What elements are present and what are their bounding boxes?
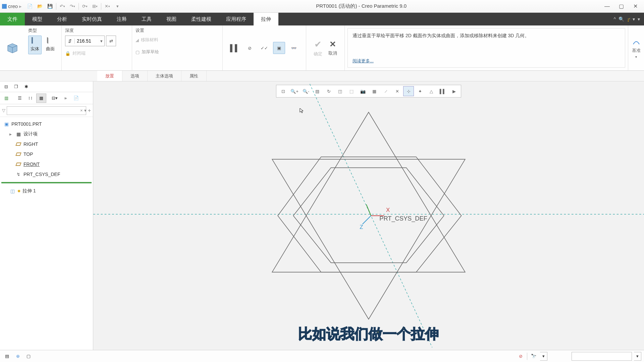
datum-label: 基准 bbox=[632, 48, 641, 54]
maximize-button[interactable]: ▢ bbox=[614, 2, 628, 11]
info-panel: 通过垂直于草绘平面平移 2D 截面作为实体或曲面，添加或移除材料来创建 3D 几… bbox=[347, 28, 625, 68]
depth-type-icon[interactable]: ⇵ bbox=[65, 39, 75, 44]
solid-toggle[interactable]: 实体 bbox=[28, 36, 42, 54]
subtab-options[interactable]: 选项 bbox=[122, 71, 148, 81]
info-description: 通过垂直于草绘平面平移 2D 截面作为实体或曲面，添加或移除材料来创建 3D 几… bbox=[353, 32, 620, 40]
remove-material-icon: ◢ bbox=[136, 38, 139, 43]
group-type-label: 类型 bbox=[28, 27, 58, 34]
tab-annotate[interactable]: 注释 bbox=[109, 13, 134, 25]
thicken-icon: ▢ bbox=[136, 50, 140, 55]
no-preview-icon[interactable]: ⊘ bbox=[244, 42, 256, 54]
close-window-button[interactable]: ✕ bbox=[629, 2, 642, 11]
tab-apps[interactable]: 应用程序 bbox=[219, 13, 254, 25]
tab-analysis[interactable]: 分析 bbox=[50, 13, 74, 25]
undo-icon[interactable]: ↶▾ bbox=[58, 2, 67, 11]
tab-tools[interactable]: 工具 bbox=[134, 13, 159, 25]
datum-icon bbox=[632, 38, 641, 46]
remove-material-label: 移除材料 bbox=[141, 37, 158, 43]
thicken-check[interactable]: ▢ 加厚草绘 bbox=[136, 48, 159, 56]
solid-icon bbox=[32, 38, 38, 45]
surface-label: 曲面 bbox=[46, 46, 55, 52]
sub-tabs: 放置 选项 主体选项 属性 bbox=[0, 71, 644, 81]
depth-dropdown-icon[interactable]: ▾ bbox=[98, 39, 104, 44]
swap-icon: ⇄ bbox=[109, 39, 113, 44]
collapse-ribbon-icon[interactable]: ^ bbox=[613, 16, 616, 22]
search-icon[interactable]: 🔍 bbox=[619, 16, 624, 22]
window-controls: — ▢ ✕ bbox=[600, 2, 642, 11]
redo-icon[interactable]: ↷▾ bbox=[68, 2, 77, 11]
close-model-icon[interactable]: ✕▾ bbox=[103, 2, 112, 11]
tab-flex[interactable]: 柔性建模 bbox=[184, 13, 219, 25]
surface-toggle[interactable]: 曲面 bbox=[44, 36, 57, 54]
group-depth-label: 深度 bbox=[65, 27, 128, 34]
titlebar: creo ▸ 📄 📂 💾 ↶▾ ↷▾ ⟳▾ ⊞▾ ✕▾ ▾ PRT0001 (活… bbox=[0, 0, 644, 13]
window-title: PRT0001 (活动的) - Creo Parametric 9.0 bbox=[122, 3, 600, 9]
subtab-body-options[interactable]: 主体选项 bbox=[148, 71, 181, 81]
windows-icon[interactable]: ⊞▾ bbox=[90, 2, 100, 11]
ok-label: 确定 bbox=[314, 51, 322, 57]
cancel-label: 取消 bbox=[328, 50, 337, 56]
chevron-down-icon: ▾ bbox=[635, 55, 637, 59]
tab-file[interactable]: 文件 bbox=[0, 13, 25, 25]
qat-more-icon[interactable]: ▾ bbox=[113, 2, 122, 11]
datum-group[interactable]: 基准 ▾ bbox=[628, 25, 644, 70]
read-more-link[interactable]: 阅读更多... bbox=[353, 58, 620, 64]
remove-material-check: ◢ 移除材料 bbox=[136, 36, 158, 44]
help-icon[interactable]: 🎓▾ bbox=[627, 16, 635, 22]
quick-access-toolbar: 📄 📂 💾 ↶▾ ↷▾ ⟳▾ ⊞▾ ✕▾ ▾ bbox=[25, 2, 122, 11]
open-file-icon[interactable]: 📂 bbox=[35, 2, 45, 11]
tab-model[interactable]: 模型 bbox=[25, 13, 50, 25]
regenerate-icon[interactable]: ⟳▾ bbox=[80, 2, 90, 11]
depth-value-input[interactable] bbox=[75, 38, 98, 44]
menu-right-tools: ^ 🔍 🎓▾ ▾ bbox=[613, 13, 644, 25]
x-icon: ✕ bbox=[329, 40, 336, 49]
close-ends-check: 🔒 封闭端 bbox=[65, 49, 86, 58]
ok-cancel-group: ✔ 确定 ✕ 取消 bbox=[306, 25, 345, 70]
logo-cube-icon bbox=[2, 4, 7, 9]
settings-icon[interactable]: ▾ bbox=[638, 16, 640, 22]
flip-direction-button[interactable]: ⇄ bbox=[106, 36, 116, 46]
pause-button[interactable]: ▌▌ bbox=[229, 42, 241, 54]
ok-button: ✔ 确定 bbox=[314, 39, 322, 57]
check-icon: ✔ bbox=[314, 39, 322, 50]
new-file-icon[interactable]: 📄 bbox=[25, 2, 35, 11]
subtab-properties[interactable]: 属性 bbox=[181, 71, 207, 81]
close-ends-label: 封闭端 bbox=[72, 50, 86, 56]
extrude-feature-icon bbox=[3, 39, 22, 58]
depth-input-group: ⇵ ▾ bbox=[65, 36, 105, 46]
tab-view[interactable]: 视图 bbox=[159, 13, 184, 25]
ribbon: 类型 实体 曲面 深度 ⇵ ▾ ⇄ bbox=[0, 25, 644, 71]
tab-simulation[interactable]: 实时仿真 bbox=[74, 13, 109, 25]
lock-icon: 🔒 bbox=[65, 51, 70, 56]
app-name: creo bbox=[8, 3, 18, 9]
solid-label: 实体 bbox=[31, 46, 39, 52]
glasses-icon[interactable]: 👓 bbox=[288, 42, 300, 54]
surface-icon bbox=[47, 38, 54, 45]
ribbon-preview-controls: ▌▌ ⊘ ✓✓ ▣ 👓 bbox=[223, 25, 306, 70]
menu-tabs: 文件 模型 分析 实时仿真 注释 工具 视图 柔性建模 应用程序 拉伸 ^ 🔍 … bbox=[0, 13, 644, 25]
verify-icon[interactable]: ✓✓ bbox=[258, 42, 270, 54]
app-logo: creo ▸ bbox=[2, 3, 22, 9]
minimize-button[interactable]: — bbox=[600, 2, 614, 11]
preview-icon[interactable]: ▣ bbox=[273, 42, 285, 54]
subtab-placement[interactable]: 放置 bbox=[97, 71, 122, 81]
tab-extrude[interactable]: 拉伸 bbox=[254, 13, 278, 25]
group-settings-label: 设置 bbox=[136, 27, 219, 34]
thicken-label: 加厚草绘 bbox=[142, 49, 159, 55]
save-icon[interactable]: 💾 bbox=[45, 2, 55, 11]
cancel-button[interactable]: ✕ 取消 bbox=[328, 40, 337, 56]
